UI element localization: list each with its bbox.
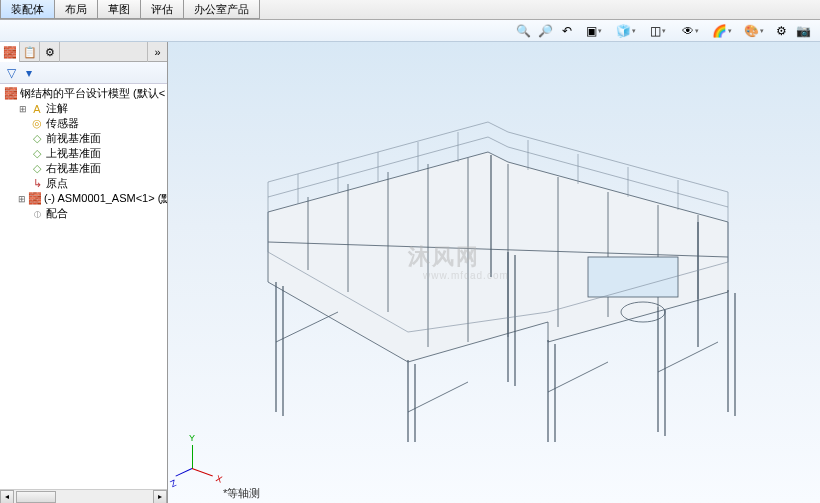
menu-assembly[interactable]: 装配体 (0, 0, 55, 19)
view-orient-icon[interactable]: 🧊 (612, 22, 640, 40)
tab-config[interactable]: ⚙ (40, 42, 60, 62)
zoom-area-icon[interactable]: 🔎 (536, 22, 554, 40)
origin-icon: ↳ (30, 177, 44, 190)
tree-origin[interactable]: ↳ 原点 (0, 176, 167, 191)
menu-office[interactable]: 办公室产品 (183, 0, 260, 19)
scene-icon[interactable]: 🌈 (708, 22, 736, 40)
svg-line-29 (548, 362, 608, 392)
tab-feature-tree[interactable]: 🧱 (0, 42, 20, 62)
settings-icon[interactable]: ⚙ (772, 22, 790, 40)
section-icon[interactable]: ▣ (580, 22, 608, 40)
scroll-right-button[interactable]: ▸ (153, 490, 167, 504)
svg-line-28 (408, 382, 468, 412)
tree-subassembly[interactable]: ⊞ 🧱 (-) ASM0001_ASM<1> (默认< (0, 191, 167, 206)
menu-sketch[interactable]: 草图 (97, 0, 141, 19)
display-style-icon[interactable]: ◫ (644, 22, 672, 40)
view-orientation-label: *等轴测 (223, 486, 260, 501)
plane-icon: ◇ (30, 132, 44, 145)
svg-line-30 (658, 342, 718, 372)
scroll-left-button[interactable]: ◂ (0, 490, 14, 504)
tree-item-label: 传感器 (46, 116, 79, 131)
expand-icon[interactable]: ⊞ (18, 194, 26, 204)
tree-item-label: 原点 (46, 176, 68, 191)
menu-layout[interactable]: 布局 (54, 0, 98, 19)
filter-row: ▽ ▾ (0, 62, 167, 84)
filter-dropdown-icon[interactable]: ▾ (22, 66, 36, 80)
tree-item-label: (-) ASM0001_ASM<1> (默认< (44, 191, 167, 206)
appearance-icon[interactable]: 🎨 (740, 22, 768, 40)
tree-root-label: 钢结构的平台设计模型 (默认< (20, 86, 165, 101)
assembly-icon: 🧱 (28, 192, 42, 205)
menu-bar: 装配体 布局 草图 评估 办公室产品 (0, 0, 820, 20)
tree-root[interactable]: 🧱 钢结构的平台设计模型 (默认< (0, 86, 167, 101)
tree-item-label: 上视基准面 (46, 146, 101, 161)
prev-view-icon[interactable]: ↶ (558, 22, 576, 40)
tree-front-plane[interactable]: ◇ 前视基准面 (0, 131, 167, 146)
filter-icon[interactable]: ▽ (4, 66, 18, 80)
expand-icon[interactable]: ⊞ (18, 104, 28, 114)
y-axis-icon (192, 445, 193, 469)
tree-item-label: 右视基准面 (46, 161, 101, 176)
sensor-icon: ◎ (30, 117, 44, 130)
svg-line-27 (276, 312, 338, 342)
model-wireframe (208, 92, 778, 442)
svg-rect-11 (588, 257, 678, 297)
hide-show-icon[interactable]: 👁 (676, 22, 704, 40)
scroll-thumb[interactable] (16, 491, 56, 503)
mate-icon: ⦶ (30, 207, 44, 220)
x-axis-icon (192, 468, 213, 476)
tree-item-label: 注解 (46, 101, 68, 116)
heads-up-toolbar: 🔍 🔎 ↶ ▣ 🧊 ◫ 👁 🌈 🎨 ⚙ 📷 (0, 20, 820, 42)
menu-evaluate[interactable]: 评估 (140, 0, 184, 19)
tree-right-plane[interactable]: ◇ 右视基准面 (0, 161, 167, 176)
plane-icon: ◇ (30, 147, 44, 160)
tree-mates[interactable]: ⦶ 配合 (0, 206, 167, 221)
tab-property[interactable]: 📋 (20, 42, 40, 62)
tree-item-label: 前视基准面 (46, 131, 101, 146)
tree-item-label: 配合 (46, 206, 68, 221)
tree-sensors[interactable]: ◎ 传感器 (0, 116, 167, 131)
annotation-icon: A (30, 103, 44, 115)
tree-annotations[interactable]: ⊞ A 注解 (0, 101, 167, 116)
tab-next[interactable]: » (147, 42, 167, 62)
plane-icon: ◇ (30, 162, 44, 175)
feature-tree: 🧱 钢结构的平台设计模型 (默认< ⊞ A 注解 ◎ 传感器 ◇ 前视基准面 ◇ (0, 84, 167, 489)
assembly-icon: 🧱 (4, 87, 18, 100)
render-icon[interactable]: 📷 (794, 22, 812, 40)
tree-top-plane[interactable]: ◇ 上视基准面 (0, 146, 167, 161)
graphics-viewport[interactable]: 沐风网 www.mfcad.com *等轴测 (168, 42, 820, 503)
z-axis-icon (175, 468, 192, 477)
coordinate-triad (178, 443, 218, 483)
feature-manager-panel: 🧱 📋 ⚙ » ▽ ▾ 🧱 钢结构的平台设计模型 (默认< ⊞ A 注解 ◎ 传… (0, 42, 168, 503)
zoom-fit-icon[interactable]: 🔍 (514, 22, 532, 40)
sidebar-tabs: 🧱 📋 ⚙ » (0, 42, 167, 62)
sidebar-scrollbar[interactable]: ◂ ▸ (0, 489, 167, 503)
